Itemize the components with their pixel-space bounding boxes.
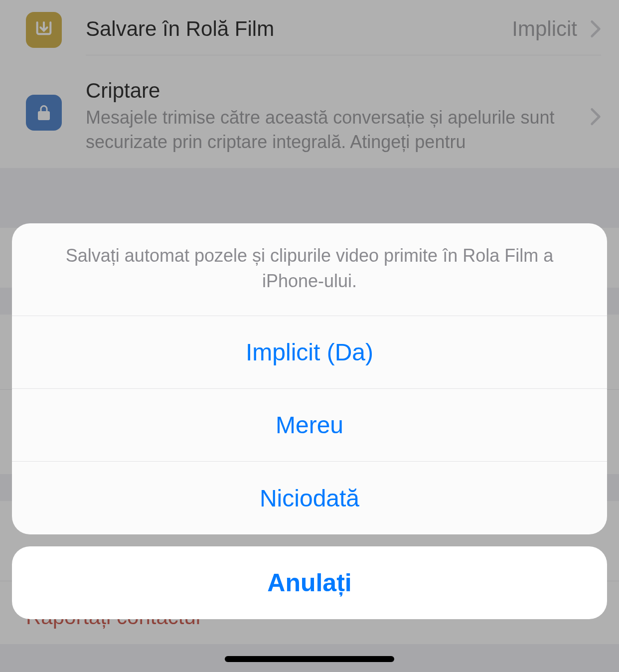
cancel-button[interactable]: Anulați [12,546,607,619]
option-implicit-yes[interactable]: Implicit (Da) [12,316,607,389]
action-sheet-header: Salvați automat pozele și clipurile vide… [12,223,607,316]
cancel-label: Anulați [267,568,351,597]
option-never[interactable]: Niciodată [12,462,607,534]
action-sheet: Salvați automat pozele și clipurile vide… [12,223,607,534]
home-indicator [225,656,394,662]
option-always[interactable]: Mereu [12,389,607,462]
